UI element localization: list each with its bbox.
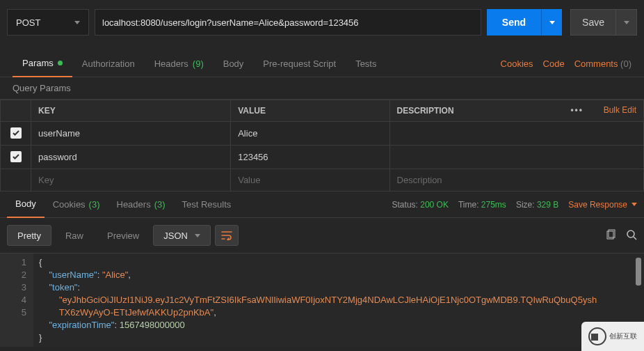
- http-method-select[interactable]: POST: [7, 9, 89, 36]
- response-tab-headers[interactable]: Headers (3): [108, 192, 174, 218]
- param-key[interactable]: userName: [31, 122, 231, 146]
- send-dropdown[interactable]: [541, 9, 562, 36]
- response-body-viewer[interactable]: 1 2 3 4 5 { "userName": "Alice", "token"…: [0, 253, 644, 347]
- chevron-down-icon: [624, 21, 629, 24]
- line-gutter: 1 2 3 4 5: [0, 254, 33, 347]
- svg-line-3: [634, 237, 636, 240]
- tab-body[interactable]: Body: [214, 51, 254, 77]
- wrap-lines-icon[interactable]: [215, 225, 239, 246]
- scrollbar-thumb[interactable]: [636, 258, 641, 286]
- col-key: KEY: [31, 100, 231, 122]
- time-label: Time: 275ms: [458, 200, 506, 210]
- param-desc[interactable]: [389, 146, 643, 169]
- status-label: Status: 200 OK: [392, 200, 449, 210]
- tab-prerequest[interactable]: Pre-request Script: [253, 51, 346, 77]
- watermark: 创新互联: [581, 322, 644, 351]
- checkbox[interactable]: [10, 127, 22, 139]
- chevron-down-icon: [195, 234, 200, 237]
- chevron-down-icon: [74, 21, 80, 24]
- status-dot-icon: [58, 61, 63, 65]
- cookies-link[interactable]: Cookies: [501, 58, 533, 69]
- view-raw[interactable]: Raw: [56, 225, 93, 246]
- copy-icon[interactable]: [605, 229, 616, 242]
- param-value[interactable]: 123456: [231, 146, 389, 169]
- response-tab-testresults[interactable]: Test Results: [174, 192, 240, 218]
- param-value[interactable]: Alice: [231, 122, 389, 146]
- send-button[interactable]: Send: [487, 9, 541, 36]
- param-desc[interactable]: [389, 122, 643, 146]
- more-icon[interactable]: •••: [570, 105, 583, 115]
- code-link[interactable]: Code: [543, 58, 565, 69]
- tab-headers[interactable]: Headers (9): [145, 51, 214, 77]
- param-key-placeholder[interactable]: Key: [31, 169, 231, 192]
- view-preview[interactable]: Preview: [97, 225, 149, 246]
- url-input[interactable]: localhost:8080/users/login?userName=Alic…: [95, 9, 481, 36]
- format-select[interactable]: JSON: [153, 225, 211, 246]
- svg-point-2: [627, 231, 634, 237]
- response-tab-body[interactable]: Body: [7, 192, 45, 218]
- checkbox[interactable]: [10, 151, 22, 162]
- view-pretty[interactable]: Pretty: [7, 225, 51, 246]
- param-key[interactable]: password: [31, 146, 231, 169]
- table-row-new[interactable]: Key Value Description: [1, 169, 644, 192]
- url-value: localhost:8080/users/login?userName=Alic…: [102, 17, 359, 28]
- param-desc-placeholder[interactable]: Description: [389, 169, 643, 192]
- table-row[interactable]: password 123456: [1, 146, 644, 169]
- query-params-title: Query Params: [0, 77, 644, 100]
- save-dropdown[interactable]: [616, 9, 637, 36]
- response-body-text: { "userName": "Alice", "token": "eyJhbGc…: [33, 254, 602, 347]
- col-check: [1, 100, 31, 122]
- response-tab-cookies[interactable]: Cookies (3): [45, 192, 108, 218]
- comments-link[interactable]: Comments (0): [574, 58, 631, 69]
- param-value-placeholder[interactable]: Value: [231, 169, 389, 192]
- query-params-table: KEY VALUE DESCRIPTION ••• Bulk Edit user…: [0, 100, 644, 192]
- col-value: VALUE: [231, 100, 389, 122]
- http-method-value: POST: [16, 17, 40, 28]
- chevron-down-icon: [549, 21, 555, 24]
- table-row[interactable]: userName Alice: [1, 122, 644, 146]
- tab-tests[interactable]: Tests: [346, 51, 386, 77]
- col-description: DESCRIPTION ••• Bulk Edit: [389, 100, 643, 122]
- tab-params[interactable]: Params: [13, 51, 72, 77]
- chevron-down-icon: [631, 203, 637, 206]
- save-response-button[interactable]: Save Response: [568, 200, 637, 210]
- size-label: Size: 329 B: [516, 200, 558, 210]
- search-icon[interactable]: [626, 229, 637, 242]
- save-button[interactable]: Save: [570, 9, 616, 36]
- tab-authorization[interactable]: Authorization: [72, 51, 145, 77]
- bulk-edit-link[interactable]: Bulk Edit: [604, 105, 636, 115]
